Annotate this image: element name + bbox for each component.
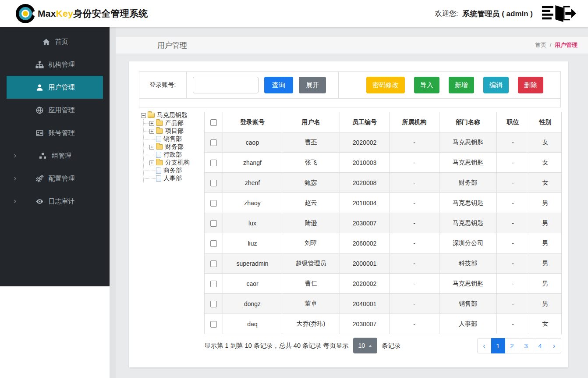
table-cell: daq [223,314,282,334]
row-checkbox[interactable] [210,301,217,307]
action-buttons: 密码修改导入新增编辑删除 [339,72,560,98]
table-cell: - [497,153,529,173]
tree-node-label[interactable]: 产品部 [165,119,184,127]
table-row[interactable]: lux陆逊2030007-马克思钥匙-男 [205,213,562,233]
table-cell: 男 [529,253,562,274]
current-user: 系统管理员 ( admin ) [462,9,533,19]
table-row[interactable]: caop曹丕2020002-马克思钥匙-女 [205,132,562,153]
tree-collapse-icon[interactable]: − [141,113,146,118]
tree-node-label[interactable]: 行政部 [163,151,182,159]
tree-node-label[interactable]: 财务部 [165,143,184,151]
home-icon [42,37,51,46]
file-icon [156,168,161,174]
sidebar-item-group[interactable]: ›组管理 [7,144,103,167]
table-row[interactable]: superadmin超级管理员2000001-科技部-男 [205,253,562,274]
table-cell: 男 [529,213,562,233]
search-button[interactable]: 查询 [264,77,293,93]
table-row[interactable]: daq大乔(乔玮)2030007-人事部-女 [205,314,562,334]
row-checkbox[interactable] [210,281,217,287]
cubes-icon [38,151,47,160]
tree-node-label[interactable]: 销售部 [163,135,182,143]
table-row[interactable]: dongz董卓2040001-销售部-男 [205,294,562,314]
tree-node-label[interactable]: 分支机构 [165,159,190,167]
page-button-3[interactable]: 3 [519,338,533,353]
pagination-info-after: 条记录 [382,342,401,350]
sidebar-item-org[interactable]: 机构管理 [7,53,103,76]
row-checkbox[interactable] [210,180,217,186]
page-size-dropdown[interactable]: 10 ▲ [353,338,378,353]
caret-up-icon: ▲ [368,344,373,348]
table-cell: 深圳分公司 [439,233,497,253]
breadcrumb-separator: / [550,42,552,48]
sidebar-item-audit[interactable]: ›日志审计 [7,190,103,213]
table-row[interactable]: liuz刘璋2060002-深圳分公司-男 [205,233,562,253]
filter-box: 登录账号: 查询 展开 密码修改导入新增编辑删除 [139,71,561,107]
topbar: MaxKey身份安全管理系统 欢迎您: 系统管理员 ( admin ) [0,0,588,27]
tree-expand-icon[interactable]: + [149,129,154,134]
row-checkbox[interactable] [210,160,217,166]
table-cell: zhangf [223,153,282,173]
tree-node-label[interactable]: 人事部 [163,175,182,182]
column-header: 性别 [529,112,562,132]
table-cell: - [497,233,529,253]
table-cell: liuz [223,233,282,253]
tree-node-label[interactable]: 项目部 [165,127,184,135]
folder-icon [156,160,163,165]
sidebar-item-app[interactable]: 应用管理 [7,99,103,121]
table-row[interactable]: zhangf张飞2010003-马克思钥匙-女 [205,153,562,173]
idcard-icon [35,128,44,138]
table-cell: - [497,193,529,213]
table-cell: 男 [529,294,562,314]
row-checkbox[interactable] [210,260,217,267]
expand-button[interactable]: 展开 [299,77,326,93]
tree-expand-icon[interactable]: + [149,121,154,126]
edit-button[interactable]: 编辑 [483,77,509,93]
table-row[interactable]: zhaoy赵云2010004-马克思钥匙-男 [205,193,562,213]
table-cell: 马克思钥匙 [439,132,497,153]
breadcrumb-home-link[interactable]: 首页 [535,42,546,48]
page-button-4[interactable]: 4 [533,338,547,353]
prev-page-button[interactable]: ‹ [477,338,491,353]
select-all-checkbox[interactable] [210,119,217,126]
password-modify-button[interactable]: 密码修改 [366,77,405,93]
add-button[interactable]: 新增 [449,77,474,93]
logout-icon[interactable] [542,5,577,22]
sidebar-item-config[interactable]: ›配置管理 [7,167,103,190]
pagination: ‹1234› [477,338,561,353]
row-checkbox[interactable] [210,220,217,227]
table-row[interactable]: zhenf甄宓2020008-财务部-女 [205,173,562,193]
row-checkbox[interactable] [210,200,217,207]
table-cell: 2030007 [340,314,390,334]
table-cell: 2010003 [340,153,390,173]
page-button-2[interactable]: 2 [505,338,519,353]
brand-suffix: 身份安全管理系统 [73,8,148,18]
row-checkbox[interactable] [210,321,217,328]
table-cell: - [497,314,529,334]
import-button[interactable]: 导入 [414,77,439,93]
sidebar-item-home[interactable]: 首页 [7,30,103,53]
delete-button[interactable]: 删除 [518,77,543,93]
table-cell: - [390,274,439,294]
file-icon [156,175,161,182]
sidebar-item-account[interactable]: 账号管理 [7,121,103,144]
row-checkbox[interactable] [210,240,217,247]
sidebar-item-user[interactable]: 用户管理 [7,76,103,99]
tree-expand-icon[interactable]: + [149,160,154,165]
table-cell: 2040001 [340,294,390,314]
row-checkbox[interactable] [210,139,217,146]
login-account-input[interactable] [193,77,259,93]
column-header: 员工编号 [340,112,390,132]
table-row[interactable]: caor曹仁2020002-马克思钥匙-男 [205,274,562,294]
breadcrumb: 首页 / 用户管理 [535,41,577,49]
next-page-button[interactable]: › [547,338,561,353]
table-cell: zhenf [223,173,282,193]
tree-expand-icon[interactable]: + [149,145,154,150]
folder-icon [156,144,163,150]
page-button-1[interactable]: 1 [491,338,505,353]
tree-node-label[interactable]: 马克思钥匙 [157,111,188,119]
tree-node-label[interactable]: 商务部 [163,167,182,175]
folder-icon [156,128,163,134]
column-header: 所属机构 [390,112,439,132]
table-cell: 马克思钥匙 [439,193,497,213]
pagination-info-before: 显示第 1 到第 10 条记录，总共 40 条记录 每页显示 [204,342,349,350]
